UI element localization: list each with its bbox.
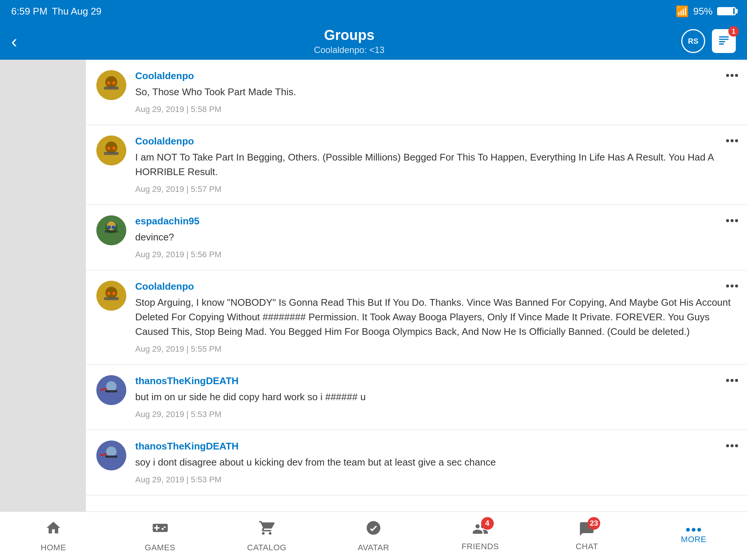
more-options-button-5[interactable] xyxy=(726,375,738,384)
message-username-3[interactable]: espadachin95 xyxy=(135,215,735,227)
nav-item-avatar[interactable]: AVATAR xyxy=(344,520,403,553)
rs-icon[interactable]: RS xyxy=(681,29,705,53)
message-text-3: devince? xyxy=(135,230,735,245)
battery-fill xyxy=(718,8,733,14)
svg-point-19 xyxy=(107,292,110,295)
svg-point-14 xyxy=(107,225,111,229)
home-label: HOME xyxy=(41,543,66,553)
chat-badge-container: 23 xyxy=(579,521,595,539)
message-username-2[interactable]: Coolaldenpo xyxy=(135,136,735,147)
avatar-svg-4 xyxy=(96,281,126,311)
left-gutter xyxy=(0,60,86,511)
three-dots-icon-4 xyxy=(726,284,738,287)
nav-center: Groups Coolaldenpo: <13 xyxy=(314,27,385,55)
message-body-2: Coolaldenpo I am NOT To Take Part In Beg… xyxy=(135,136,735,194)
home-icon xyxy=(45,520,62,540)
catalog-svg xyxy=(258,520,275,536)
chat-badge: 23 xyxy=(588,517,600,530)
message-username-4[interactable]: Coolaldenpo xyxy=(135,281,735,292)
avatar-coolaldenpo-1 xyxy=(96,70,126,100)
nav-item-more[interactable]: MORE xyxy=(664,528,723,544)
friends-badge: 4 xyxy=(481,517,494,530)
svg-point-20 xyxy=(112,292,115,295)
svg-point-1 xyxy=(105,76,117,88)
more-options-button-3[interactable] xyxy=(726,215,738,224)
catalog-icon xyxy=(258,520,275,540)
battery-percent: 95% xyxy=(693,6,713,17)
avatar-thanos-6 xyxy=(96,441,126,470)
games-icon xyxy=(152,520,168,540)
svg-point-6 xyxy=(105,141,117,153)
avatar-svg-6 xyxy=(96,441,126,470)
svg-rect-13 xyxy=(105,230,118,233)
message-text-2: I am NOT To Take Part In Begging, Others… xyxy=(135,150,735,179)
avatar-svg xyxy=(96,70,126,100)
message-body-5: thanosTheKingDEATH but im on ur side he … xyxy=(135,375,735,419)
nav-title: Groups xyxy=(314,27,385,43)
avatar-coolaldenpo-2 xyxy=(96,136,126,165)
message-item-6: thanosTheKingDEATH soy i dont disagree a… xyxy=(86,430,747,495)
wifi-icon: 📶 xyxy=(676,5,689,18)
notification-icon[interactable]: 1 xyxy=(712,29,736,53)
message-text-6: soy i dont disagree about u kicking dev … xyxy=(135,455,735,470)
nav-item-home[interactable]: HOME xyxy=(24,520,83,553)
svg-point-9 xyxy=(112,147,115,150)
top-nav: ‹ Groups Coolaldenpo: <13 RS 1 xyxy=(0,22,747,60)
message-time-6: Aug 29, 2019 | 5:53 PM xyxy=(135,475,735,485)
avatar-svg-nav xyxy=(365,520,382,536)
battery-bar xyxy=(717,7,736,15)
nav-item-friends[interactable]: 4 FRIENDS xyxy=(450,521,510,551)
message-item: Coolaldenpo So, Those Who Took Part Made… xyxy=(86,60,747,125)
svg-rect-7 xyxy=(104,152,119,155)
svg-rect-18 xyxy=(104,297,119,300)
message-text-5: but im on ur side he did copy hard work … xyxy=(135,390,735,404)
catalog-label: CATALOG xyxy=(247,543,286,553)
message-time-1: Aug 29, 2019 | 5:58 PM xyxy=(135,105,735,114)
more-dot-3 xyxy=(697,528,701,532)
message-item-5: thanosTheKingDEATH but im on ur side he … xyxy=(86,365,747,430)
nav-item-chat[interactable]: 23 CHAT xyxy=(557,521,617,551)
avatar-coolaldenpo-4 xyxy=(96,281,126,311)
avatar-svg-2 xyxy=(96,136,126,165)
message-username-6[interactable]: thanosTheKingDEATH xyxy=(135,441,735,452)
message-time-3: Aug 29, 2019 | 5:56 PM xyxy=(135,250,735,259)
nav-item-games[interactable]: GAMES xyxy=(130,520,190,553)
nav-item-catalog[interactable]: CATALOG xyxy=(237,520,297,553)
status-bar-right: 📶 95% xyxy=(676,5,736,18)
more-options-button-1[interactable] xyxy=(726,70,738,79)
message-username-5[interactable]: thanosTheKingDEATH xyxy=(135,375,735,387)
back-button[interactable]: ‹ xyxy=(11,31,17,52)
svg-point-15 xyxy=(112,225,115,229)
chat-list: Coolaldenpo So, Those Who Took Part Made… xyxy=(86,60,747,511)
message-time-5: Aug 29, 2019 | 5:53 PM xyxy=(135,410,735,419)
avatar-icon-nav xyxy=(365,520,382,540)
three-dots-icon-6 xyxy=(726,444,738,447)
three-dots-icon xyxy=(726,74,738,77)
message-item-2: Coolaldenpo I am NOT To Take Part In Beg… xyxy=(86,125,747,205)
avatar-label: AVATAR xyxy=(358,543,390,553)
message-time-2: Aug 29, 2019 | 5:57 PM xyxy=(135,184,735,194)
message-item-3: espadachin95 devince? Aug 29, 2019 | 5:5… xyxy=(86,205,747,270)
message-body-6: thanosTheKingDEATH soy i dont disagree a… xyxy=(135,441,735,485)
message-body-1: Coolaldenpo So, Those Who Took Part Made… xyxy=(135,70,735,114)
message-text-1: So, Those Who Took Part Made This. xyxy=(135,85,735,99)
home-svg xyxy=(45,520,62,536)
games-svg xyxy=(152,520,168,536)
svg-rect-27 xyxy=(105,455,117,458)
message-username-1[interactable]: Coolaldenpo xyxy=(135,70,735,82)
chat-label: CHAT xyxy=(576,542,598,551)
nav-subtitle: Coolaldenpo: <13 xyxy=(314,45,385,55)
more-options-button-4[interactable] xyxy=(726,281,738,289)
svg-point-22 xyxy=(106,381,117,392)
games-label: GAMES xyxy=(145,543,176,553)
more-dot-2 xyxy=(692,528,695,532)
svg-point-17 xyxy=(105,287,117,299)
svg-point-4 xyxy=(112,81,115,84)
more-options-button-2[interactable] xyxy=(726,136,738,144)
svg-rect-23 xyxy=(105,390,117,392)
svg-rect-2 xyxy=(104,87,119,90)
status-bar-left: 6:59 PM Thu Aug 29 xyxy=(11,6,102,17)
nav-right-icons: RS 1 xyxy=(681,29,736,53)
more-options-button-6[interactable] xyxy=(726,441,738,449)
three-dots-icon-2 xyxy=(726,139,738,142)
